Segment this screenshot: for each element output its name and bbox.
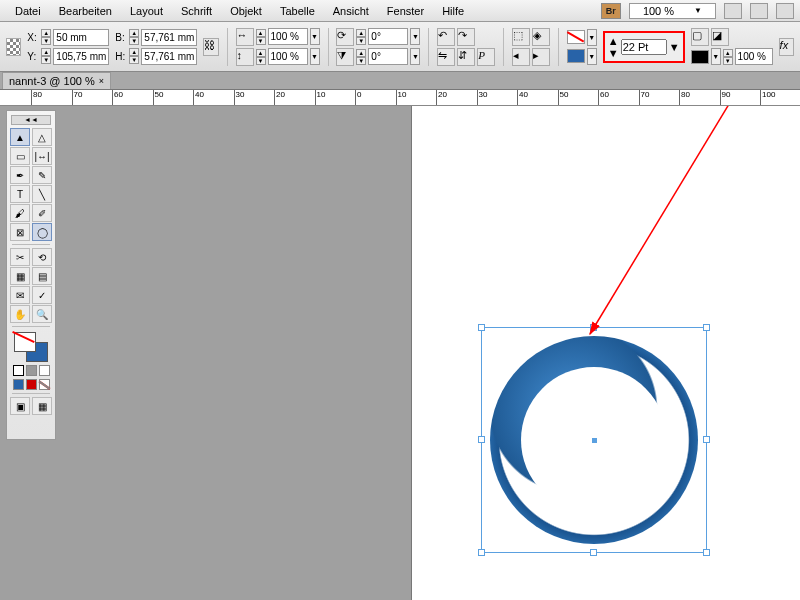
w-input[interactable]	[141, 29, 197, 46]
view-mode-normal[interactable]: ▣	[10, 397, 30, 415]
close-tab-icon[interactable]: ×	[99, 76, 104, 86]
handle-l[interactable]	[478, 436, 485, 443]
eyedropper-tool[interactable]: ✓	[32, 286, 52, 304]
gap-tool[interactable]: |↔|	[32, 147, 52, 165]
brush-tool[interactable]: 🖌	[10, 204, 30, 222]
w-spinner[interactable]: ▲▼	[129, 29, 139, 45]
shear-dropdown[interactable]: ▼	[410, 48, 420, 65]
rot-input[interactable]	[368, 28, 408, 45]
menu-tabelle[interactable]: Tabelle	[271, 5, 324, 17]
sx-input[interactable]	[268, 28, 308, 45]
handle-br[interactable]	[703, 549, 710, 556]
view-options-icon[interactable]	[776, 3, 794, 19]
y-input[interactable]	[53, 48, 109, 65]
select-content-icon[interactable]: ◈	[532, 28, 550, 46]
menu-datei[interactable]: Datei	[6, 5, 50, 17]
scale-y-icon: ↕	[236, 48, 254, 66]
p-icon[interactable]: P	[477, 48, 495, 66]
menu-schrift[interactable]: Schrift	[172, 5, 221, 17]
screen-mode-icon[interactable]	[724, 3, 742, 19]
canvas[interactable]	[56, 106, 800, 600]
stroke-spinner[interactable]: ▲▼	[608, 35, 619, 59]
shear-input[interactable]	[368, 48, 408, 65]
sx-spinner[interactable]: ▲▼	[256, 29, 266, 45]
menu-hilfe[interactable]: Hilfe	[433, 5, 473, 17]
opacity-input[interactable]	[735, 48, 773, 65]
x-input[interactable]	[53, 29, 109, 46]
rot-dropdown[interactable]: ▼	[410, 28, 420, 45]
handle-tr[interactable]	[703, 324, 710, 331]
arrange-icon[interactable]	[750, 3, 768, 19]
handle-r[interactable]	[703, 436, 710, 443]
handle-t[interactable]	[590, 324, 597, 331]
y-spinner[interactable]: ▲▼	[41, 48, 51, 64]
view-mode-preview[interactable]: ▦	[32, 397, 52, 415]
sx-dropdown[interactable]: ▼	[310, 28, 320, 45]
ellipse-tool[interactable]: ◯	[32, 223, 52, 241]
note-tool[interactable]: ✉	[10, 286, 30, 304]
stroke-swatch[interactable]	[567, 49, 585, 63]
handle-tl[interactable]	[478, 324, 485, 331]
fill-stroke-swatch[interactable]	[14, 332, 48, 362]
document-tab[interactable]: nannt-3 @ 100 %×	[2, 72, 111, 89]
menu-layout[interactable]: Layout	[121, 5, 172, 17]
stroke-style-dropdown[interactable]: ▼	[711, 48, 721, 65]
stroke-color-dropdown[interactable]: ▼	[587, 48, 597, 65]
fill-dropdown[interactable]: ▼	[587, 29, 597, 46]
stroke-weight-input[interactable]	[621, 39, 667, 55]
page-tool[interactable]: ▭	[10, 147, 30, 165]
rot-spinner[interactable]: ▲▼	[356, 29, 366, 45]
direct-selection-tool[interactable]: △	[32, 128, 52, 146]
color-mode-buttons[interactable]	[13, 379, 50, 390]
menu-bearbeiten[interactable]: Bearbeiten	[50, 5, 121, 17]
bridge-icon[interactable]: Br	[601, 3, 621, 19]
select-next-icon[interactable]: ▸	[532, 48, 550, 66]
x-spinner[interactable]: ▲▼	[41, 29, 51, 45]
h-input[interactable]	[141, 48, 197, 65]
eraser-tool[interactable]: ✐	[32, 204, 52, 222]
menu-ansicht[interactable]: Ansicht	[324, 5, 378, 17]
selection-bounds	[481, 327, 707, 553]
rectangle-frame-tool[interactable]: ⊠	[10, 223, 30, 241]
fill-swatch[interactable]	[567, 30, 585, 44]
reference-point-icon[interactable]	[6, 38, 21, 56]
select-container-icon[interactable]: ⬚	[512, 28, 530, 46]
rotate-cw-icon[interactable]: ↷	[457, 28, 475, 46]
pencil-tool[interactable]: ✎	[32, 166, 52, 184]
line-tool[interactable]: ╲	[32, 185, 52, 203]
handle-b[interactable]	[590, 549, 597, 556]
fx-icon[interactable]: fx	[779, 38, 794, 56]
collapse-panel-icon[interactable]: ◄◄	[11, 115, 51, 125]
opacity-spinner[interactable]: ▲▼	[723, 49, 733, 65]
sy-input[interactable]	[268, 48, 308, 65]
effects-icon[interactable]: ▢	[691, 28, 709, 46]
gradient-feather-tool[interactable]: ▤	[32, 267, 52, 285]
selection-tool[interactable]: ▲	[10, 128, 30, 146]
transform-tool[interactable]: ⟲	[32, 248, 52, 266]
menu-objekt[interactable]: Objekt	[221, 5, 271, 17]
scissors-tool[interactable]: ✂	[10, 248, 30, 266]
zoom-field[interactable]: 100 %▼	[629, 3, 716, 19]
stroke-style-swatch[interactable]	[691, 50, 709, 64]
pen-tool[interactable]: ✒	[10, 166, 30, 184]
flip-h-icon[interactable]: ⇋	[437, 48, 455, 66]
shear-spinner[interactable]: ▲▼	[356, 49, 366, 65]
gradient-tool[interactable]: ▦	[10, 267, 30, 285]
format-buttons[interactable]	[13, 365, 50, 376]
select-prev-icon[interactable]: ◂	[512, 48, 530, 66]
sy-spinner[interactable]: ▲▼	[256, 49, 266, 65]
type-tool[interactable]: T	[10, 185, 30, 203]
stroke-weight-dropdown[interactable]: ▼	[669, 41, 680, 53]
handle-bl[interactable]	[478, 549, 485, 556]
constrain-icon[interactable]: ⛓	[203, 38, 218, 56]
hand-tool[interactable]: ✋	[10, 305, 30, 323]
drop-shadow-icon[interactable]: ◪	[711, 28, 729, 46]
h-label: H:	[115, 51, 127, 62]
center-point[interactable]	[592, 438, 597, 443]
menu-fenster[interactable]: Fenster	[378, 5, 433, 17]
rotate-ccw-icon[interactable]: ↶	[437, 28, 455, 46]
h-spinner[interactable]: ▲▼	[129, 48, 139, 64]
flip-v-icon[interactable]: ⇵	[457, 48, 475, 66]
zoom-tool[interactable]: 🔍	[32, 305, 52, 323]
sy-dropdown[interactable]: ▼	[310, 48, 320, 65]
